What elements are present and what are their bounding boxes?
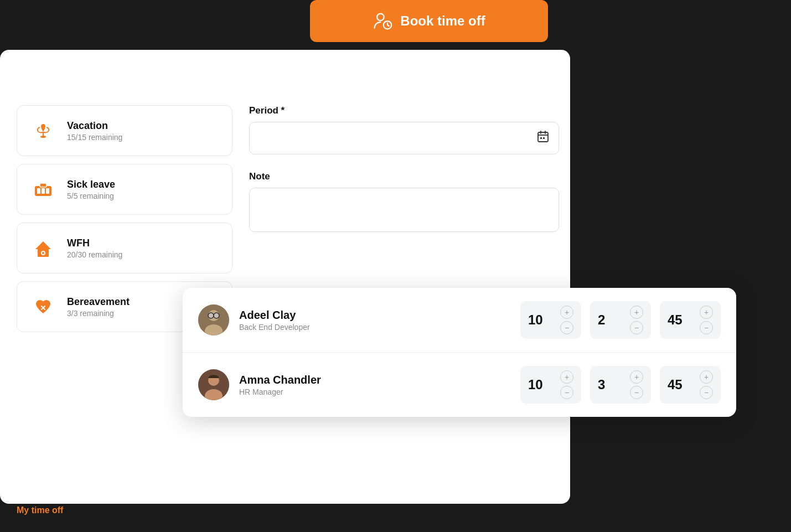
svg-rect-14 xyxy=(538,132,548,142)
wfh-icon xyxy=(29,234,57,262)
amna-controls-2: + − xyxy=(630,370,643,399)
adeel-stepper-2: 2 + − xyxy=(590,301,651,339)
book-time-off-icon xyxy=(373,11,392,31)
adeel-info: Adeel Clay Back End Developer xyxy=(239,309,520,332)
vacation-icon xyxy=(29,117,57,144)
sick-leave-remaining: 5/5 remaining xyxy=(67,192,115,200)
vacation-name: Vacation xyxy=(67,120,122,132)
amna-info: Amna Chandler HR Manager xyxy=(239,374,520,396)
amna-role: HR Manager xyxy=(239,388,520,396)
adeel-value-1: 10 xyxy=(528,312,543,328)
amna-stepper-2: 3 + − xyxy=(590,366,651,404)
employees-card: Adeel Clay Back End Developer 10 + − 2 +… xyxy=(183,288,736,417)
adeel-increment-1[interactable]: + xyxy=(560,306,573,319)
svg-point-20 xyxy=(208,313,214,318)
employee-row-adeel: Adeel Clay Back End Developer 10 + − 2 +… xyxy=(183,288,736,353)
adeel-controls-2: + − xyxy=(630,306,643,334)
form-area: Period * Note xyxy=(249,105,559,251)
svg-rect-8 xyxy=(40,183,46,187)
adeel-controls-1: + − xyxy=(560,306,573,334)
svg-rect-2 xyxy=(43,132,44,136)
vacation-remaining: 15/15 remaining xyxy=(67,133,122,142)
svg-rect-6 xyxy=(42,188,45,194)
leave-card-vacation[interactable]: Vacation 15/15 remaining xyxy=(17,105,232,156)
adeel-value-3: 45 xyxy=(668,312,683,328)
amna-controls-1: + − xyxy=(560,370,573,399)
amna-value-2: 3 xyxy=(598,377,605,392)
adeel-decrement-3[interactable]: − xyxy=(700,321,713,334)
amna-decrement-2[interactable]: − xyxy=(630,386,643,399)
adeel-role: Back End Developer xyxy=(239,323,520,332)
amna-increment-1[interactable]: + xyxy=(560,370,573,384)
book-time-off-button[interactable]: Book time off xyxy=(310,0,548,42)
employee-row-amna: Amna Chandler HR Manager 10 + − 3 + − xyxy=(183,353,736,417)
sick-leave-icon xyxy=(29,175,57,203)
wfh-remaining: 20/30 remaining xyxy=(67,250,122,259)
leave-card-wfh[interactable]: WFH 20/30 remaining xyxy=(17,223,232,273)
adeel-value-2: 2 xyxy=(598,312,605,328)
adeel-decrement-2[interactable]: − xyxy=(630,321,643,334)
bereavement-name: Bereavement xyxy=(67,296,130,308)
svg-rect-16 xyxy=(543,137,545,139)
svg-point-21 xyxy=(214,313,219,318)
amna-controls-3: + − xyxy=(700,370,713,399)
amna-stepper-1: 10 + − xyxy=(520,366,581,404)
adeel-increment-2[interactable]: + xyxy=(630,306,643,319)
amna-decrement-3[interactable]: − xyxy=(700,386,713,399)
sick-leave-info: Sick leave 5/5 remaining xyxy=(67,179,115,200)
calendar-icon xyxy=(536,130,550,146)
wfh-name: WFH xyxy=(67,237,122,249)
amna-steppers: 10 + − 3 + − 45 + xyxy=(520,366,721,404)
adeel-avatar xyxy=(198,304,229,335)
adeel-stepper-3: 45 + − xyxy=(660,301,721,339)
amna-increment-2[interactable]: + xyxy=(630,370,643,384)
note-input[interactable] xyxy=(249,188,559,232)
bereavement-info: Bereavement 3/3 remaining xyxy=(67,296,130,318)
svg-point-3 xyxy=(40,136,46,138)
note-label: Note xyxy=(249,171,559,182)
period-label: Period * xyxy=(249,105,559,116)
adeel-steppers: 10 + − 2 + − 45 + xyxy=(520,301,721,339)
wfh-info: WFH 20/30 remaining xyxy=(67,237,122,259)
adeel-decrement-1[interactable]: − xyxy=(560,321,573,334)
adeel-increment-3[interactable]: + xyxy=(700,306,713,319)
leave-card-sick[interactable]: Sick leave 5/5 remaining xyxy=(17,164,232,215)
book-time-off-label: Book time off xyxy=(400,13,485,29)
amna-value-1: 10 xyxy=(528,377,543,392)
main-container: Book time off Vacation 15/15 remaining xyxy=(0,0,791,532)
period-section: Period * xyxy=(249,105,559,154)
svg-rect-5 xyxy=(37,188,40,194)
my-time-off-link[interactable]: My time off xyxy=(17,505,63,515)
amna-name: Amna Chandler xyxy=(239,374,520,386)
svg-point-11 xyxy=(42,252,44,254)
svg-rect-7 xyxy=(46,188,49,194)
sick-leave-name: Sick leave xyxy=(67,179,115,190)
adeel-name: Adeel Clay xyxy=(239,309,520,322)
amna-stepper-3: 45 + − xyxy=(660,366,721,404)
adeel-stepper-1: 10 + − xyxy=(520,301,581,339)
svg-point-0 xyxy=(377,14,384,21)
svg-rect-15 xyxy=(540,137,542,139)
amna-value-3: 45 xyxy=(668,377,683,392)
period-input[interactable] xyxy=(249,122,559,154)
bereavement-icon xyxy=(29,293,57,321)
vacation-info: Vacation 15/15 remaining xyxy=(67,120,122,142)
amna-decrement-1[interactable]: − xyxy=(560,386,573,399)
note-section: Note xyxy=(249,171,559,234)
adeel-controls-3: + − xyxy=(700,306,713,334)
amna-increment-3[interactable]: + xyxy=(700,370,713,384)
amna-avatar xyxy=(198,369,229,400)
bereavement-remaining: 3/3 remaining xyxy=(67,309,130,318)
